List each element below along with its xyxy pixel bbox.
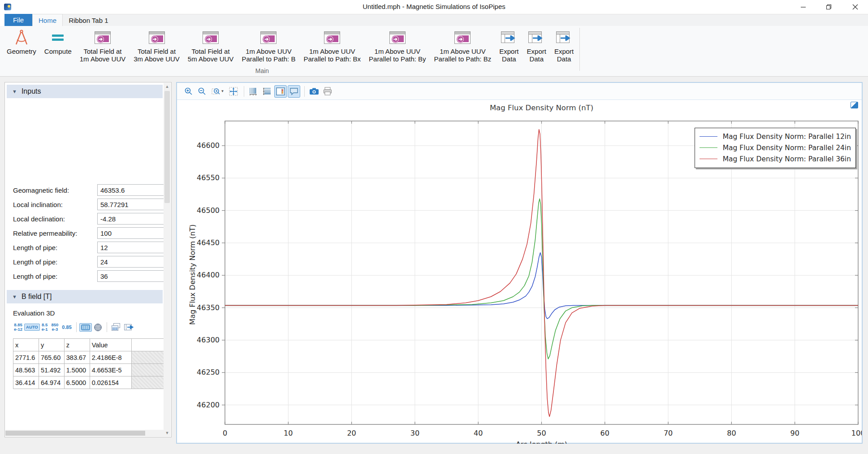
tab-file[interactable]: File bbox=[4, 14, 32, 26]
export-table-icon[interactable] bbox=[122, 323, 137, 332]
milli-format-button[interactable]: 850e-3 bbox=[50, 321, 60, 333]
zoom-out-icon[interactable] bbox=[196, 85, 208, 98]
legend-item: Mag Flux Density Norm: Parallel 36in bbox=[700, 153, 851, 164]
ribbon-button-label: Compute bbox=[44, 48, 72, 55]
cell[interactable]: 64.974 bbox=[39, 376, 64, 389]
ribbon-group-label: Main bbox=[242, 67, 282, 74]
restore-button[interactable] bbox=[816, 0, 842, 14]
cell[interactable]: 0.026154 bbox=[90, 376, 131, 389]
length-of-pipe-1-input[interactable] bbox=[97, 242, 164, 253]
minimize-button[interactable] bbox=[790, 0, 816, 14]
cell[interactable]: 48.563 bbox=[13, 364, 39, 376]
ribbon-button-label: Geometry bbox=[7, 48, 36, 55]
field-label: Local inclination: bbox=[13, 201, 97, 208]
col-header-z[interactable]: z bbox=[64, 339, 90, 351]
parallel-path-bx-button[interactable]: ➔ 1m Above UUVParallel to Path: Bx bbox=[299, 28, 365, 63]
svg-text:30: 30 bbox=[410, 429, 419, 437]
tab-ribbon-tab-1[interactable]: Ribbon Tab 1 bbox=[63, 14, 114, 26]
decimal-format-button[interactable]: 0.85 bbox=[60, 324, 73, 331]
cell[interactable]: 2.4186E-8 bbox=[90, 351, 131, 364]
svg-text:46500: 46500 bbox=[197, 206, 220, 215]
scroll-up-icon[interactable]: ▲ bbox=[164, 83, 171, 90]
col-header-value[interactable]: Value bbox=[90, 339, 131, 351]
cell[interactable]: 51.492 bbox=[39, 364, 64, 376]
export-data-button-2[interactable]: ExportData bbox=[523, 28, 550, 63]
svg-text:10: 10 bbox=[284, 429, 293, 437]
parallel-path-bz-button[interactable]: ➔ 1m Above UUVParallel to Path: Bz bbox=[430, 28, 496, 63]
ribbon-button-label: Total Field at5m Above UUV bbox=[188, 48, 234, 63]
local-declination-input[interactable] bbox=[97, 213, 164, 225]
scrollbar-thumb[interactable] bbox=[164, 91, 170, 203]
local-inclination-input[interactable] bbox=[97, 199, 164, 210]
table-row[interactable]: 36.414 64.974 6.5000 0.026154 bbox=[13, 376, 169, 389]
scientific-format-button[interactable]: 8.85e-12 bbox=[12, 321, 24, 333]
scrollbar-thumb[interactable] bbox=[5, 431, 145, 436]
copy-table-icon[interactable] bbox=[110, 322, 122, 333]
svg-text:50: 50 bbox=[537, 429, 546, 437]
plot-window-icon: ➔ bbox=[260, 31, 276, 44]
close-button[interactable] bbox=[842, 0, 868, 14]
ribbon: Geometry Compute ➔ Total Field at1m Abov… bbox=[0, 26, 868, 77]
export-data-icon bbox=[501, 31, 517, 44]
cell[interactable]: 6.5000 bbox=[64, 376, 90, 389]
auto-format-button[interactable]: AUTO bbox=[24, 324, 40, 331]
export-data-button-1[interactable]: ExportData bbox=[495, 28, 523, 63]
legend-line-swatch bbox=[700, 159, 717, 159]
col-header-y[interactable]: y bbox=[39, 339, 64, 351]
export-data-button-3[interactable]: ExportData bbox=[550, 28, 578, 63]
globe-icon[interactable] bbox=[92, 322, 104, 333]
ribbon-tab-row: File Home Ribbon Tab 1 bbox=[0, 14, 868, 26]
table-row[interactable]: 2771.6 765.60 383.67 2.4186E-8 bbox=[13, 351, 169, 364]
settings-panel: ▼ Inputs Geomagnetic field: Local inclin… bbox=[4, 82, 172, 437]
cell[interactable]: 383.67 bbox=[64, 351, 90, 364]
annotation-toggle-icon[interactable] bbox=[288, 85, 300, 98]
horizontal-scrollbar[interactable] bbox=[5, 430, 164, 437]
legend-label: Mag Flux Density Norm: Parallel 24in bbox=[723, 144, 851, 152]
length-of-pipe-2-input[interactable] bbox=[97, 256, 164, 268]
ruler-icon[interactable] bbox=[79, 323, 92, 332]
total-field-3m-button[interactable]: ➔ Total Field at3m Above UUV bbox=[130, 28, 184, 63]
zoom-in-icon[interactable] bbox=[182, 85, 195, 98]
compute-button[interactable]: Compute bbox=[40, 28, 76, 55]
ribbon-button-label: ExportData bbox=[499, 48, 518, 63]
plot-window-icon: ➔ bbox=[389, 31, 406, 44]
cell[interactable]: 36.414 bbox=[13, 376, 39, 389]
screenshot-icon[interactable] bbox=[308, 85, 320, 98]
print-icon[interactable] bbox=[321, 85, 334, 98]
legend-item: Mag Flux Density Norm: Parallel 12in bbox=[700, 131, 851, 142]
zoom-extents-icon[interactable] bbox=[227, 85, 240, 98]
total-field-5m-button[interactable]: ➔ Total Field at5m Above UUV bbox=[184, 28, 238, 63]
legend-line-swatch bbox=[700, 147, 717, 148]
vertical-scrollbar[interactable]: ▲ ▼ bbox=[164, 83, 171, 437]
parallel-path-by-button[interactable]: ➔ 1m Above UUVParallel to Path: By bbox=[365, 28, 430, 63]
svg-text:46550: 46550 bbox=[197, 173, 220, 182]
ribbon-group-divider bbox=[579, 28, 580, 71]
geomagnetic-field-input[interactable] bbox=[97, 184, 164, 196]
engineering-format-button[interactable]: 8.5e-1 bbox=[40, 321, 50, 333]
scroll-down-icon[interactable]: ▼ bbox=[164, 429, 171, 437]
col-header-x[interactable]: x bbox=[13, 339, 39, 351]
field-row: Length of pipe: bbox=[13, 256, 170, 268]
legend-label: Mag Flux Density Norm: Parallel 36in bbox=[723, 155, 851, 163]
cell[interactable]: 2771.6 bbox=[13, 351, 39, 364]
tab-home[interactable]: Home bbox=[32, 14, 63, 26]
svg-text:Arc length (m): Arc length (m) bbox=[516, 440, 567, 444]
zoom-box-icon[interactable]: ▼ bbox=[209, 85, 226, 98]
legend-toggle-icon[interactable] bbox=[274, 85, 287, 98]
svg-text:80: 80 bbox=[727, 429, 736, 437]
geometry-button[interactable]: Geometry bbox=[3, 28, 40, 55]
cell[interactable]: 1.5000 bbox=[64, 364, 90, 376]
cell[interactable]: 4.6653E-5 bbox=[90, 364, 131, 376]
inputs-section-header[interactable]: ▼ Inputs bbox=[7, 85, 163, 98]
field-label: Relative permeability: bbox=[13, 229, 97, 237]
table-row[interactable]: 48.563 51.492 1.5000 4.6653E-5 bbox=[13, 364, 169, 376]
cell[interactable]: 765.60 bbox=[39, 351, 64, 364]
parallel-path-b-button[interactable]: ➔ 1m Above UUVParallel to Path: B bbox=[238, 28, 299, 63]
x-axis-log-icon[interactable] bbox=[247, 85, 260, 98]
y-axis-log-icon[interactable] bbox=[261, 85, 273, 98]
length-of-pipe-3-input[interactable] bbox=[97, 270, 164, 282]
total-field-1m-button[interactable]: ➔ Total Field at1m Above UUV bbox=[76, 28, 130, 63]
bfield-section-header[interactable]: ▼ B field [T] bbox=[7, 290, 163, 303]
relative-permeability-input[interactable] bbox=[97, 227, 164, 239]
svg-text:20: 20 bbox=[347, 429, 356, 437]
